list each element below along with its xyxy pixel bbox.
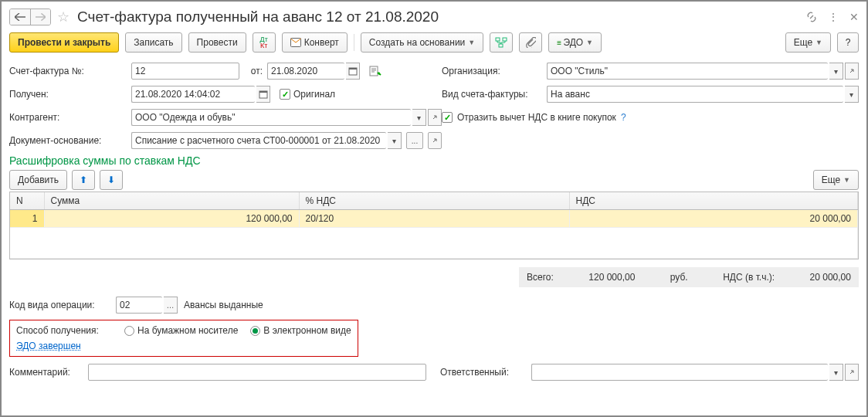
grid-more-button[interactable]: Еще▼ (813, 170, 859, 190)
comment-input[interactable] (88, 364, 426, 381)
dtkt-button[interactable]: ДтКт (253, 32, 276, 53)
delivery-electronic-radio[interactable]: В электронном виде (250, 325, 351, 336)
attach-button[interactable] (519, 32, 542, 53)
total-currency: руб. (670, 272, 688, 283)
totals-bar: Всего: 120 000,00 руб. НДС (в т.ч.): 20 … (519, 267, 859, 287)
contractor-open-icon[interactable] (428, 109, 442, 126)
add-row-button[interactable]: Добавить (9, 170, 67, 190)
original-checkbox[interactable]: ✓ (280, 89, 290, 100)
vat-label: НДС (в т.ч.): (723, 272, 775, 283)
radio-off-icon (124, 326, 134, 336)
structure-button[interactable] (490, 32, 513, 53)
received-input[interactable] (131, 86, 255, 103)
new-doc-icon[interactable] (369, 66, 381, 76)
basis-input[interactable] (131, 132, 386, 149)
comment-label: Комментарий: (9, 367, 83, 378)
org-dropdown-icon[interactable]: ▾ (829, 63, 843, 80)
number-label: Счет-фактура №: (9, 66, 127, 76)
nav-back-button[interactable] (10, 9, 30, 25)
responsible-open-icon[interactable] (845, 364, 859, 381)
contractor-label: Контрагент: (9, 112, 127, 123)
svg-rect-6 (370, 66, 378, 76)
received-calendar-icon[interactable] (256, 86, 270, 103)
date-from-label: от: (244, 66, 263, 76)
original-label: Оригинал (293, 89, 335, 100)
col-sum[interactable]: Сумма (44, 192, 299, 210)
move-up-button[interactable]: ⬆ (72, 170, 95, 190)
delivery-highlight: Способ получения: На бумажном носителе В… (9, 320, 358, 357)
received-label: Получен: (9, 89, 127, 100)
create-basis-button[interactable]: Создать на основании▼ (361, 32, 483, 53)
reflect-help-icon[interactable]: ? (621, 112, 626, 123)
responsible-dropdown-icon[interactable]: ▾ (829, 364, 843, 381)
convert-label: Конверт (304, 37, 339, 48)
cell-n: 1 (10, 210, 44, 228)
opcode-text: Авансы выданные (184, 300, 263, 310)
reflect-label: Отразить вычет НДС в книге покупок (457, 112, 616, 123)
kind-input[interactable] (547, 86, 843, 103)
more-icon[interactable]: ⋮ (828, 11, 839, 23)
org-open-icon[interactable] (845, 63, 859, 80)
help-button[interactable]: ? (837, 32, 859, 53)
edo-status-link[interactable]: ЭДО завершен (16, 341, 351, 351)
basis-more-button[interactable]: ... (406, 132, 423, 149)
table-row[interactable]: 1 120 000,00 20/120 20 000,00 (10, 210, 858, 228)
save-button[interactable]: Записать (125, 32, 181, 53)
org-input[interactable] (547, 63, 828, 80)
total-value: 120 000,00 (588, 272, 635, 283)
opcode-picker-icon[interactable]: … (164, 297, 178, 314)
svg-rect-8 (259, 91, 267, 93)
contractor-dropdown-icon[interactable]: ▾ (412, 109, 426, 126)
edo-icon: ≡ (557, 39, 561, 47)
total-label: Всего: (527, 272, 554, 283)
more-menu-button[interactable]: Еще▼ (785, 32, 831, 53)
svg-rect-1 (496, 38, 500, 41)
date-input[interactable] (267, 63, 344, 80)
page-title: Счет-фактура полученный на аванс 12 от 2… (77, 8, 439, 25)
move-down-button[interactable]: ⬇ (100, 170, 123, 190)
post-close-button[interactable]: Провести и закрыть (9, 32, 119, 53)
responsible-input[interactable] (531, 364, 828, 381)
col-vat[interactable]: НДС (569, 192, 858, 210)
contractor-input[interactable] (131, 109, 411, 126)
link-icon[interactable] (806, 12, 817, 22)
nav-forward-button[interactable] (30, 9, 50, 25)
delivery-paper-radio[interactable]: На бумажном носителе (124, 325, 238, 336)
radio-on-icon (250, 326, 260, 336)
favorite-icon[interactable]: ☆ (57, 8, 70, 25)
reflect-checkbox[interactable]: ✓ (442, 112, 453, 123)
basis-open-icon[interactable] (428, 132, 442, 149)
cell-vat[interactable]: 20 000,00 (569, 210, 858, 228)
svg-rect-3 (499, 44, 503, 47)
section-title: Расшифровка суммы по ставкам НДС (9, 154, 859, 167)
kind-label: Вид счета-фактуры: (442, 89, 542, 100)
delivery-label: Способ получения: (16, 325, 112, 336)
col-n[interactable]: N (10, 192, 44, 210)
number-input[interactable] (131, 63, 239, 80)
kind-dropdown-icon[interactable]: ▾ (845, 86, 859, 103)
convert-button[interactable]: Конверт (282, 32, 348, 53)
basis-label: Документ-основание: (9, 135, 127, 146)
close-icon[interactable]: ✕ (849, 11, 859, 23)
svg-rect-2 (503, 38, 507, 41)
svg-rect-5 (349, 68, 357, 70)
cell-sum[interactable]: 120 000,00 (44, 210, 299, 228)
opcode-input[interactable] (116, 297, 162, 314)
cell-rate[interactable]: 20/120 (299, 210, 569, 228)
vat-grid[interactable]: N Сумма % НДС НДС 1 120 000,00 20/120 20… (9, 192, 859, 259)
responsible-label: Ответственный: (440, 367, 527, 378)
edo-button[interactable]: ≡ ЭДО▼ (548, 32, 602, 53)
post-button[interactable]: Провести (188, 32, 246, 53)
org-label: Организация: (442, 66, 542, 76)
vat-value: 20 000,00 (810, 272, 851, 283)
col-rate[interactable]: % НДС (299, 192, 569, 210)
opcode-label: Код вида операции: (9, 300, 110, 310)
basis-dropdown-icon[interactable]: ▾ (388, 132, 402, 149)
calendar-icon[interactable] (346, 63, 360, 80)
